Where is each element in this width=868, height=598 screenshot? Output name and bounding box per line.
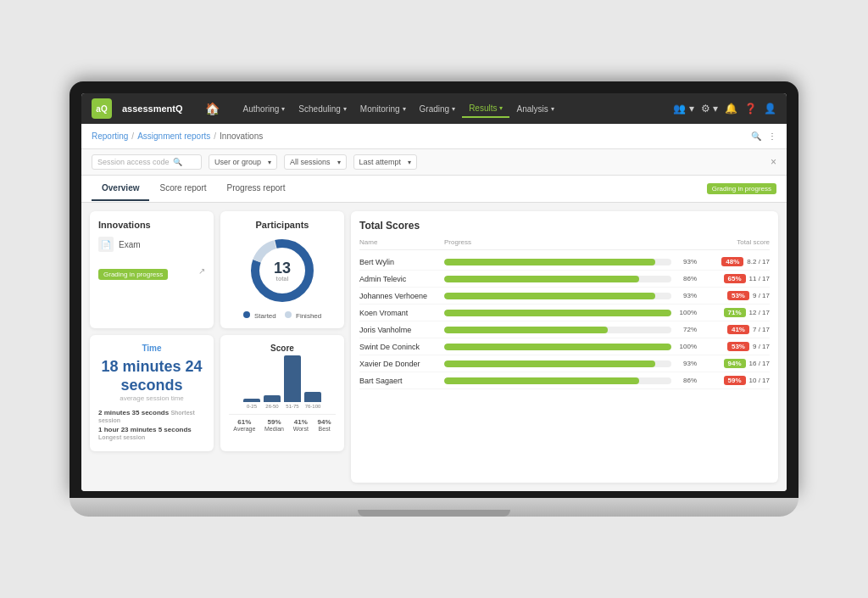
attempt-chevron: ▾	[408, 159, 411, 166]
sessions-select[interactable]: All sessions ▾	[284, 154, 347, 170]
score-pct: 100%	[671, 343, 702, 350]
session-code-input[interactable]: Session access code 🔍	[92, 154, 202, 170]
score-name: Swint De Coninck	[359, 343, 444, 351]
stat-best-label: Best	[318, 426, 331, 432]
notifications-icon[interactable]: 🔔	[725, 103, 737, 115]
progress-bar-fill	[444, 344, 671, 350]
user-avatar[interactable]: 👤	[764, 103, 776, 115]
bar-76-100-fill	[304, 392, 321, 402]
nav-grading[interactable]: Grading ▾	[413, 100, 463, 118]
exam-label: Exam	[119, 240, 141, 249]
home-icon[interactable]: 🏠	[198, 98, 226, 119]
breadcrumb: Reporting / Assignment reports / Innovat…	[81, 124, 787, 149]
users-icon[interactable]: 👥 ▾	[673, 103, 693, 115]
col-header-total-score: Total score	[702, 238, 770, 246]
logo[interactable]: aQ	[92, 98, 112, 119]
progress-bar-wrap	[444, 310, 671, 316]
nav-results[interactable]: Results ▾	[462, 100, 509, 118]
total-scores-panel: Total Scores Name Progress Total score B…	[351, 211, 778, 483]
stat-median-label: Median	[264, 426, 284, 432]
finished-dot	[285, 311, 292, 318]
search-action-icon[interactable]: 🔍	[751, 131, 761, 141]
score-total: 94% 16 / 17	[702, 359, 770, 368]
score-name: Admin Televic	[359, 275, 444, 283]
time-title: Time	[98, 344, 205, 353]
bar-51-75-label: 51-75	[286, 404, 298, 409]
score-pct: 93%	[671, 360, 702, 367]
innovations-title: Innovations	[98, 220, 205, 230]
participants-count: 13 total	[274, 260, 291, 282]
progress-bar-wrap	[444, 377, 671, 384]
exam-icon: 📄	[98, 237, 114, 252]
table-row: Admin Televic 86% 65% 11 / 17	[359, 271, 770, 288]
score-badge: 59%	[724, 376, 746, 385]
nav-scheduling[interactable]: Scheduling ▾	[292, 100, 353, 118]
table-row: Xavier De Donder 93% 94% 16 / 17	[359, 355, 770, 372]
nav-menu: Authoring ▾ Scheduling ▾ Monitoring ▾ Gr…	[236, 100, 664, 118]
participants-card: Participants 13 total	[220, 211, 344, 328]
help-icon[interactable]: ❓	[744, 103, 757, 115]
breadcrumb-sep1: /	[131, 131, 134, 141]
attempt-select[interactable]: Last attempt ▾	[353, 154, 418, 170]
stat-worst-label: Worst	[293, 426, 309, 432]
stat-best: 94% Best	[318, 418, 331, 432]
table-row: Joris Vanholme 72% 41% 7 / 17	[359, 321, 770, 338]
laptop-screen: aQ assessmentQ 🏠 Authoring ▾ Scheduling …	[70, 81, 798, 498]
score-stats: 61% Average 59% Median 41% Worst	[229, 414, 336, 432]
breadcrumb-assignment-reports[interactable]: Assignment reports	[137, 131, 210, 141]
main-content: Innovations 📄 Exam Grading in progress ↗	[81, 203, 787, 491]
user-group-chevron: ▾	[268, 159, 271, 166]
score-fraction: 16 / 17	[749, 360, 770, 367]
laptop-base	[70, 498, 798, 517]
score-fraction: 9 / 17	[753, 343, 770, 350]
score-fraction: 8.2 / 17	[747, 258, 770, 265]
top-row: Innovations 📄 Exam Grading in progress ↗	[90, 211, 344, 328]
score-fraction: 12 / 17	[749, 309, 770, 316]
score-name: Koen Vromant	[359, 309, 444, 317]
nav-right: 👥 ▾ ⚙ ▾ 🔔 ❓ 👤	[673, 103, 776, 115]
progress-bar-wrap	[444, 259, 671, 265]
bar-26-50-label: 26-50	[265, 404, 278, 409]
stat-median-val: 59%	[264, 418, 284, 426]
score-card: Score 0-25 26-50	[220, 335, 344, 451]
filter-close-button[interactable]: ×	[771, 156, 776, 168]
scores-header: Name Progress Total score	[359, 238, 770, 250]
breadcrumb-reporting[interactable]: Reporting	[92, 131, 128, 141]
innovations-card: Innovations 📄 Exam Grading in progress ↗	[90, 211, 214, 328]
stat-worst-val: 41%	[293, 418, 309, 426]
nav-monitoring[interactable]: Monitoring ▾	[353, 100, 413, 118]
tab-progress-report[interactable]: Progress report	[217, 176, 296, 201]
longest-time: 1 hour 23 minutes 5 seconds Longest sess…	[98, 426, 205, 441]
time-sub-label: average session time	[98, 394, 205, 402]
score-badge: 41%	[727, 325, 749, 334]
user-group-label: User or group	[214, 158, 261, 166]
stat-average-label: Average	[233, 426, 255, 432]
started-legend: Started	[243, 311, 276, 320]
nav-authoring[interactable]: Authoring ▾	[236, 100, 292, 118]
more-options-icon[interactable]: ⋮	[768, 131, 776, 141]
left-panels: Innovations 📄 Exam Grading in progress ↗	[90, 211, 344, 483]
table-row: Johannes Verhoene 93% 53% 9 / 17	[359, 288, 770, 305]
bar-76-100: 76-100	[304, 392, 321, 409]
innovations-grading-badge: Grading in progress	[98, 269, 168, 280]
col-header-name: Name	[359, 238, 444, 246]
col-header-progress: Progress	[444, 238, 702, 246]
score-total: 65% 11 / 17	[702, 274, 770, 283]
score-badge: 71%	[724, 308, 746, 317]
score-badge: 53%	[727, 291, 749, 300]
score-pct: 72%	[671, 326, 702, 333]
participants-count-sub: total	[274, 276, 291, 282]
tab-overview[interactable]: Overview	[92, 176, 149, 201]
nav-analysis[interactable]: Analysis ▾	[509, 100, 560, 118]
filter-bar: Session access code 🔍 User or group ▾ Al…	[81, 149, 787, 176]
tab-score-report[interactable]: Score report	[149, 176, 216, 201]
settings-icon[interactable]: ⚙ ▾	[701, 103, 718, 115]
external-link-icon[interactable]: ↗	[198, 266, 205, 276]
top-nav: aQ assessmentQ 🏠 Authoring ▾ Scheduling …	[81, 93, 787, 124]
progress-bar-fill	[444, 293, 655, 299]
score-name: Johannes Verhoene	[359, 292, 444, 300]
score-fraction: 7 / 17	[753, 326, 770, 333]
brand-name: assessmentQ	[122, 103, 183, 114]
bar-51-75-fill	[284, 355, 301, 402]
user-group-select[interactable]: User or group ▾	[209, 154, 277, 170]
